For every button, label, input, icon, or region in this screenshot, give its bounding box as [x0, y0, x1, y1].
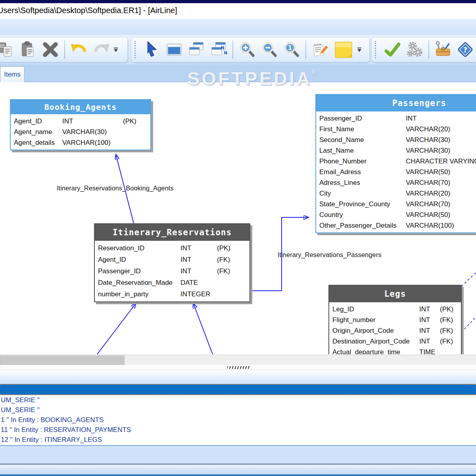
message-log: UM_SERIE " UM_SERIE " 1 " In Entity : BO… — [0, 395, 476, 445]
pointer-icon[interactable] — [142, 38, 162, 61]
scrollbar-thumb[interactable] — [0, 355, 125, 366]
relationship-line-itinerary-booking — [116, 154, 134, 223]
entity-passengers[interactable]: Passengers Passenger_ID INT First_Name V… — [315, 94, 476, 233]
column-name: Date_Reservation_Made — [98, 279, 180, 287]
entity-booking-agents[interactable]: Booking_Agents Agent_ID INT (PK) Agent_n… — [10, 99, 151, 150]
paste-icon[interactable] — [18, 38, 38, 61]
column-name: Origin_Airport_Code — [332, 327, 419, 335]
entity-itinerary-reservations[interactable]: Itinerary_Reservations Reservation_ID IN… — [94, 223, 250, 302]
help-icon[interactable]: ? — [455, 38, 476, 61]
entity-column-row: Date_Reservation_Made DATE — [98, 277, 250, 288]
svg-text:N: N — [224, 50, 227, 55]
title-bar: Users\Softpedia\Desktop\Softpedia.ER1] -… — [0, 3, 476, 19]
delete-icon[interactable] — [40, 38, 61, 61]
window-n-icon[interactable]: N N — [208, 38, 229, 61]
redo-icon[interactable] — [91, 38, 111, 61]
splitter-grip-icon[interactable] — [227, 366, 250, 369]
column-name: number_in_party — [98, 290, 180, 298]
column-name: Passenger_ID — [319, 115, 406, 123]
diagram-canvas[interactable]: Itinerary_Reservations_Booking_Agents It… — [0, 84, 476, 354]
notes-icon[interactable] — [310, 38, 330, 61]
column-name: Reservation_ID — [98, 244, 180, 252]
log-line[interactable]: 1 " In Entity : BOOKING_AGENTS — [0, 415, 476, 425]
entity-column-row: Origin_Airport_Code INT (FK) — [332, 325, 461, 336]
toolbox-icon[interactable] — [433, 38, 453, 61]
log-line[interactable]: UM_SERIE " — [0, 395, 476, 405]
column-key: (PK) — [440, 305, 461, 313]
column-name: Passenger_ID — [98, 267, 180, 275]
entity-column-row: Passenger_ID INT (FK) — [98, 265, 250, 277]
column-type: VARCHAR(70) — [406, 200, 476, 208]
entity-column-row: Email_Adress VARCHAR(50) — [319, 167, 476, 177]
new-window-icon[interactable] — [186, 38, 207, 61]
entity-legs[interactable]: Legs Leg_ID INT (PK) Flight_number INT (… — [328, 285, 462, 354]
entity-column-row: Adress_Lines VARCHAR(70) — [319, 177, 476, 188]
column-type: INT — [406, 115, 476, 123]
column-key: (FK) — [440, 316, 461, 324]
bottom-pane-header — [0, 370, 476, 384]
column-name: Agent_details — [14, 139, 62, 147]
svg-text:?: ? — [463, 46, 468, 54]
column-type: DATE — [180, 279, 217, 287]
menu-bar — [0, 19, 476, 35]
main-toolbar: N N — [0, 35, 476, 64]
column-name: Country — [319, 211, 406, 219]
entity-column-row: Actual_departure_time TIME — [332, 347, 461, 354]
entity-column-row: number_in_party INTEGER — [98, 288, 250, 300]
log-selected-row[interactable] — [0, 384, 476, 395]
more-dropdown-icon[interactable] — [356, 38, 363, 61]
entity-column-row: Flight_number INT (FK) — [332, 315, 461, 325]
log-line[interactable]: UM_SERIE " — [0, 405, 476, 415]
column-type: INT — [419, 316, 440, 324]
entity-title: Itinerary_Reservations — [95, 224, 250, 241]
undo-icon[interactable] — [69, 38, 89, 61]
log-line[interactable]: 11 " In Entity : RESERVATION_PAYMENTS — [0, 425, 476, 435]
column-key: (FK) — [217, 256, 250, 264]
application-window: Users\Softpedia\Desktop\Softpedia.ER1] -… — [0, 0, 476, 476]
entity-column-row: Second_Name VARCHAR(30) — [319, 134, 476, 145]
relationship-line-from-below-left — [97, 303, 136, 354]
toolbar-drag-handle[interactable] — [134, 41, 138, 58]
column-type: INT — [419, 338, 440, 345]
column-name: Email_Adress — [319, 168, 406, 176]
more-dropdown-icon[interactable] — [112, 38, 119, 61]
toolbar-separator — [64, 40, 65, 59]
column-type: VARCHAR(20) — [406, 190, 476, 198]
zoom-actual-icon[interactable]: 1 — [281, 38, 302, 61]
entity-column-row: Agent_details VARCHAR(100) — [14, 137, 150, 148]
settings-gears-icon[interactable] — [404, 38, 425, 61]
column-type: TIME — [419, 348, 440, 355]
panel-splitter[interactable] — [0, 365, 476, 370]
column-type: VARCHAR(50) — [406, 211, 476, 219]
column-name: First_Name — [319, 125, 406, 133]
horizontal-scrollbar[interactable] — [0, 355, 476, 365]
sticky-note-icon[interactable] — [332, 38, 355, 61]
entity-column-row: Agent_ID INT (FK) — [98, 254, 250, 265]
window-bottom-border — [0, 474, 476, 476]
column-name: Destination_Airport_Code — [332, 338, 419, 345]
column-name: Flight_number — [332, 316, 419, 324]
column-key: (FK) — [217, 267, 250, 275]
window-icon[interactable] — [164, 38, 184, 61]
column-type: INT — [419, 305, 440, 313]
zoom-out-icon[interactable] — [259, 38, 280, 61]
copy-icon[interactable] — [0, 38, 16, 61]
toolbar-drag-handle[interactable] — [375, 41, 379, 58]
column-type: VARCHAR(30) — [62, 128, 123, 136]
column-name: Actual_departure_time — [332, 348, 419, 355]
entity-column-row: State_Province_County VARCHAR(70) — [319, 199, 476, 209]
column-key: (PK) — [217, 244, 250, 252]
entity-column-row: Reservation_ID INT (PK) — [98, 242, 250, 254]
column-type: VARCHAR(30) — [406, 136, 476, 144]
log-line[interactable]: 12 " In Entity : ITINERARY_LEGS — [0, 435, 476, 445]
svg-text:N: N — [221, 45, 225, 50]
relationship-line-legs-lower — [461, 317, 476, 332]
tab-strip: Items — [0, 64, 476, 82]
toolbar-separator — [428, 40, 429, 59]
entity-column-row: Leg_ID INT (PK) — [332, 304, 461, 315]
tab-items[interactable]: Items — [0, 66, 25, 82]
zoom-in-icon[interactable] — [237, 38, 257, 61]
column-name: State_Province_County — [319, 200, 406, 208]
column-name: Agent_name — [14, 128, 62, 136]
validate-check-icon[interactable] — [382, 38, 403, 61]
